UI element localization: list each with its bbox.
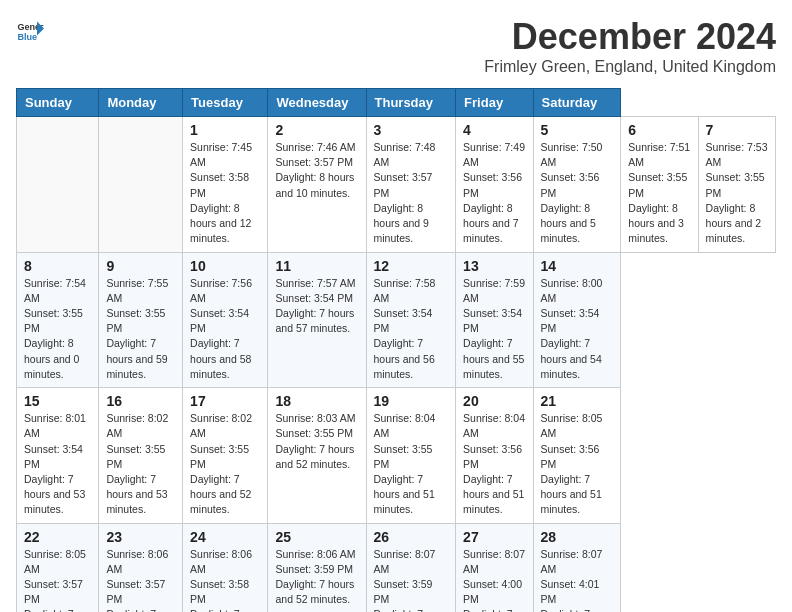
- col-header-monday: Monday: [99, 89, 183, 117]
- day-info: Sunrise: 8:04 AMSunset: 3:56 PMDaylight:…: [463, 411, 525, 518]
- calendar-cell: 9 Sunrise: 7:55 AMSunset: 3:55 PMDayligh…: [99, 252, 183, 388]
- col-header-sunday: Sunday: [17, 89, 99, 117]
- logo-icon: General Blue: [16, 16, 44, 44]
- day-info: Sunrise: 8:02 AMSunset: 3:55 PMDaylight:…: [106, 411, 175, 518]
- day-number: 13: [463, 258, 525, 274]
- calendar-cell: 3 Sunrise: 7:48 AMSunset: 3:57 PMDayligh…: [366, 117, 456, 253]
- calendar-cell: 2 Sunrise: 7:46 AMSunset: 3:57 PMDayligh…: [268, 117, 366, 253]
- day-info: Sunrise: 7:51 AMSunset: 3:55 PMDaylight:…: [628, 140, 690, 247]
- day-info: Sunrise: 8:07 AMSunset: 4:01 PMDaylight:…: [541, 547, 614, 612]
- calendar-week-3: 22 Sunrise: 8:05 AMSunset: 3:57 PMDaylig…: [17, 523, 776, 612]
- month-title: December 2024: [484, 16, 776, 58]
- calendar-week-2: 15 Sunrise: 8:01 AMSunset: 3:54 PMDaylig…: [17, 388, 776, 524]
- calendar-cell: 28 Sunrise: 8:07 AMSunset: 4:01 PMDaylig…: [533, 523, 621, 612]
- day-number: 5: [541, 122, 614, 138]
- day-info: Sunrise: 8:06 AMSunset: 3:57 PMDaylight:…: [106, 547, 175, 612]
- calendar-cell: 4 Sunrise: 7:49 AMSunset: 3:56 PMDayligh…: [456, 117, 533, 253]
- day-number: 9: [106, 258, 175, 274]
- col-header-thursday: Thursday: [366, 89, 456, 117]
- calendar-cell: 22 Sunrise: 8:05 AMSunset: 3:57 PMDaylig…: [17, 523, 99, 612]
- day-info: Sunrise: 7:45 AMSunset: 3:58 PMDaylight:…: [190, 140, 260, 247]
- svg-text:Blue: Blue: [17, 32, 37, 42]
- calendar-cell: 16 Sunrise: 8:02 AMSunset: 3:55 PMDaylig…: [99, 388, 183, 524]
- day-number: 10: [190, 258, 260, 274]
- calendar-cell: 25 Sunrise: 8:06 AMSunset: 3:59 PMDaylig…: [268, 523, 366, 612]
- day-info: Sunrise: 8:06 AMSunset: 3:58 PMDaylight:…: [190, 547, 260, 612]
- day-number: 19: [374, 393, 449, 409]
- day-number: 6: [628, 122, 690, 138]
- calendar-cell: 7 Sunrise: 7:53 AMSunset: 3:55 PMDayligh…: [698, 117, 775, 253]
- calendar-cell: 23 Sunrise: 8:06 AMSunset: 3:57 PMDaylig…: [99, 523, 183, 612]
- day-info: Sunrise: 7:54 AMSunset: 3:55 PMDaylight:…: [24, 276, 91, 383]
- page-header: General Blue December 2024 Frimley Green…: [16, 16, 776, 76]
- day-info: Sunrise: 7:50 AMSunset: 3:56 PMDaylight:…: [541, 140, 614, 247]
- calendar-cell: [99, 117, 183, 253]
- day-info: Sunrise: 7:49 AMSunset: 3:56 PMDaylight:…: [463, 140, 525, 247]
- day-number: 23: [106, 529, 175, 545]
- day-number: 15: [24, 393, 91, 409]
- calendar-cell: 1 Sunrise: 7:45 AMSunset: 3:58 PMDayligh…: [183, 117, 268, 253]
- day-number: 25: [275, 529, 358, 545]
- day-number: 28: [541, 529, 614, 545]
- day-info: Sunrise: 8:02 AMSunset: 3:55 PMDaylight:…: [190, 411, 260, 518]
- title-block: December 2024 Frimley Green, England, Un…: [484, 16, 776, 76]
- day-number: 18: [275, 393, 358, 409]
- day-info: Sunrise: 7:55 AMSunset: 3:55 PMDaylight:…: [106, 276, 175, 383]
- day-info: Sunrise: 7:57 AMSunset: 3:54 PMDaylight:…: [275, 276, 358, 337]
- calendar-week-1: 8 Sunrise: 7:54 AMSunset: 3:55 PMDayligh…: [17, 252, 776, 388]
- day-info: Sunrise: 8:06 AMSunset: 3:59 PMDaylight:…: [275, 547, 358, 608]
- calendar-cell: 15 Sunrise: 8:01 AMSunset: 3:54 PMDaylig…: [17, 388, 99, 524]
- day-info: Sunrise: 7:56 AMSunset: 3:54 PMDaylight:…: [190, 276, 260, 383]
- calendar-cell: [17, 117, 99, 253]
- calendar-cell: 20 Sunrise: 8:04 AMSunset: 3:56 PMDaylig…: [456, 388, 533, 524]
- day-number: 8: [24, 258, 91, 274]
- calendar-cell: 21 Sunrise: 8:05 AMSunset: 3:56 PMDaylig…: [533, 388, 621, 524]
- header-row: SundayMondayTuesdayWednesdayThursdayFrid…: [17, 89, 776, 117]
- day-number: 3: [374, 122, 449, 138]
- calendar-cell: 17 Sunrise: 8:02 AMSunset: 3:55 PMDaylig…: [183, 388, 268, 524]
- calendar-cell: 11 Sunrise: 7:57 AMSunset: 3:54 PMDaylig…: [268, 252, 366, 388]
- calendar-cell: 24 Sunrise: 8:06 AMSunset: 3:58 PMDaylig…: [183, 523, 268, 612]
- col-header-friday: Friday: [456, 89, 533, 117]
- calendar-cell: 6 Sunrise: 7:51 AMSunset: 3:55 PMDayligh…: [621, 117, 698, 253]
- day-info: Sunrise: 8:01 AMSunset: 3:54 PMDaylight:…: [24, 411, 91, 518]
- calendar-cell: 13 Sunrise: 7:59 AMSunset: 3:54 PMDaylig…: [456, 252, 533, 388]
- calendar-cell: 19 Sunrise: 8:04 AMSunset: 3:55 PMDaylig…: [366, 388, 456, 524]
- day-info: Sunrise: 8:05 AMSunset: 3:57 PMDaylight:…: [24, 547, 91, 612]
- logo: General Blue: [16, 16, 44, 44]
- day-info: Sunrise: 8:00 AMSunset: 3:54 PMDaylight:…: [541, 276, 614, 383]
- day-number: 20: [463, 393, 525, 409]
- day-number: 14: [541, 258, 614, 274]
- day-info: Sunrise: 8:03 AMSunset: 3:55 PMDaylight:…: [275, 411, 358, 472]
- location-subtitle: Frimley Green, England, United Kingdom: [484, 58, 776, 76]
- col-header-wednesday: Wednesday: [268, 89, 366, 117]
- day-number: 17: [190, 393, 260, 409]
- day-info: Sunrise: 8:07 AMSunset: 3:59 PMDaylight:…: [374, 547, 449, 612]
- calendar-cell: 5 Sunrise: 7:50 AMSunset: 3:56 PMDayligh…: [533, 117, 621, 253]
- day-number: 12: [374, 258, 449, 274]
- calendar-cell: 14 Sunrise: 8:00 AMSunset: 3:54 PMDaylig…: [533, 252, 621, 388]
- day-info: Sunrise: 7:48 AMSunset: 3:57 PMDaylight:…: [374, 140, 449, 247]
- calendar-cell: 8 Sunrise: 7:54 AMSunset: 3:55 PMDayligh…: [17, 252, 99, 388]
- calendar-cell: 27 Sunrise: 8:07 AMSunset: 4:00 PMDaylig…: [456, 523, 533, 612]
- calendar-cell: 26 Sunrise: 8:07 AMSunset: 3:59 PMDaylig…: [366, 523, 456, 612]
- col-header-tuesday: Tuesday: [183, 89, 268, 117]
- day-number: 4: [463, 122, 525, 138]
- calendar-week-0: 1 Sunrise: 7:45 AMSunset: 3:58 PMDayligh…: [17, 117, 776, 253]
- day-number: 21: [541, 393, 614, 409]
- calendar-cell: 12 Sunrise: 7:58 AMSunset: 3:54 PMDaylig…: [366, 252, 456, 388]
- day-number: 7: [706, 122, 768, 138]
- day-number: 2: [275, 122, 358, 138]
- day-info: Sunrise: 7:58 AMSunset: 3:54 PMDaylight:…: [374, 276, 449, 383]
- col-header-saturday: Saturday: [533, 89, 621, 117]
- calendar-table: SundayMondayTuesdayWednesdayThursdayFrid…: [16, 88, 776, 612]
- day-info: Sunrise: 7:53 AMSunset: 3:55 PMDaylight:…: [706, 140, 768, 247]
- day-number: 27: [463, 529, 525, 545]
- day-info: Sunrise: 7:59 AMSunset: 3:54 PMDaylight:…: [463, 276, 525, 383]
- day-info: Sunrise: 8:07 AMSunset: 4:00 PMDaylight:…: [463, 547, 525, 612]
- day-info: Sunrise: 7:46 AMSunset: 3:57 PMDaylight:…: [275, 140, 358, 201]
- day-number: 24: [190, 529, 260, 545]
- calendar-cell: 10 Sunrise: 7:56 AMSunset: 3:54 PMDaylig…: [183, 252, 268, 388]
- day-number: 1: [190, 122, 260, 138]
- day-number: 22: [24, 529, 91, 545]
